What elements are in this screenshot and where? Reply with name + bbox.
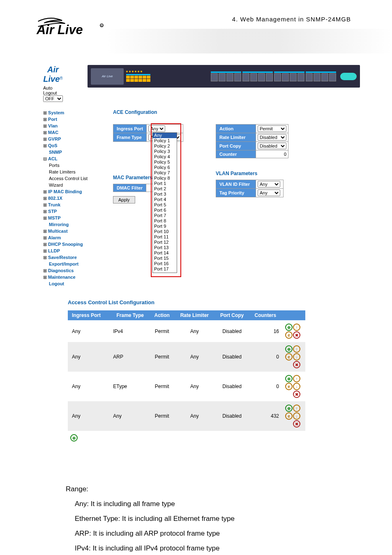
vlan-parameters-label: VLAN Parameters [216,171,288,176]
dropdown-option[interactable]: Port 3 [153,192,177,197]
dropdown-option[interactable]: Policy 2 [153,143,177,149]
auto-logout-select[interactable]: OFF [43,95,63,102]
param-select[interactable]: Disabled [258,134,286,141]
param-select[interactable]: Disabled [258,143,286,149]
dropdown-option[interactable]: Port 6 [153,208,177,213]
param-select[interactable]: Any [258,181,280,187]
down-icon[interactable]: ↓ [293,383,300,390]
ace-title: ACE Configuration [113,109,335,115]
acl-cell: 0 [249,372,281,401]
edit-icon[interactable]: e [285,383,293,390]
nav-item[interactable]: SNMP [43,149,101,155]
del-icon[interactable]: ✖ [293,361,300,368]
dropdown-option[interactable]: Port 2 [153,186,177,192]
edit-icon[interactable]: e [285,331,293,339]
ingress-port-dropdown[interactable]: AnyPolicy 1Policy 2Policy 3Policy 4Polic… [152,132,177,273]
dropdown-option[interactable]: Port 15 [153,256,177,261]
nav-item[interactable]: Save/Restore [43,254,101,261]
nav-item[interactable]: ACL [43,155,101,162]
dropdown-option[interactable]: Port 9 [153,224,177,229]
param-select[interactable]: Permit [258,125,286,132]
nav-item[interactable]: DHCP Snooping [43,241,101,247]
param-value: Permit [256,125,288,133]
down-icon[interactable]: ↓ [293,412,300,420]
nav-item[interactable]: Vlan [43,123,101,129]
dropdown-option[interactable]: Port 5 [153,202,177,208]
del-icon[interactable]: ✖ [293,420,300,428]
acl-cell: Disabled [215,342,249,372]
range-description: Range: Any: It is including all frame ty… [66,482,321,555]
nav-item[interactable]: Port [43,116,101,123]
acl-cell: Disabled [215,320,249,342]
dropdown-option[interactable]: Port 12 [153,240,177,245]
dropdown-option[interactable]: Any [153,133,177,138]
nav-item[interactable]: Access Control List [43,175,101,182]
nav-item[interactable]: Logout [43,280,101,287]
nav-item[interactable]: System [43,109,101,116]
dropdown-option[interactable]: Port 16 [153,261,177,266]
nav-item[interactable]: MSTP [43,215,101,221]
add-icon[interactable]: ⊕ [285,324,293,331]
up-icon[interactable]: ↑ [293,375,300,382]
nav-item[interactable]: Maintenance [43,274,101,280]
dropdown-option[interactable]: Policy 4 [153,154,177,160]
dropdown-option[interactable]: Policy 7 [153,170,177,176]
apply-button[interactable]: Apply [113,196,135,204]
nav-item[interactable]: Mirroring [43,221,101,228]
param-label: Tag Priority [216,189,256,197]
up-icon[interactable]: ↑ [293,345,300,353]
nav-item[interactable]: 802.1X [43,195,101,201]
acl-cell: Any [174,401,215,431]
nav-item[interactable]: Trunk [43,201,101,208]
down-icon[interactable]: ↓ [293,353,300,361]
add-icon[interactable]: ⊕ [285,375,293,382]
dropdown-option[interactable]: Policy 1 [153,138,177,143]
add-icon[interactable]: ⊕ [70,434,78,442]
nav-item[interactable]: Multicast [43,228,101,234]
dropdown-option[interactable]: Port 1 [153,181,177,186]
nav-item[interactable]: Rate Limiters [43,169,101,175]
add-icon[interactable]: ⊕ [285,405,293,412]
nav-item[interactable]: Ports [43,162,101,169]
dropdown-option[interactable]: Port 11 [153,234,177,240]
dropdown-option[interactable]: Port 17 [153,266,177,272]
nav-item[interactable]: MAC [43,129,101,136]
dropdown-option[interactable]: Policy 8 [153,176,177,181]
brand-logo: Air Live R [32,12,110,42]
del-icon[interactable]: ✖ [293,331,300,339]
up-icon[interactable]: ↑ [293,324,300,331]
nav-item[interactable]: IP MAC Binding [43,188,101,195]
del-icon[interactable]: ✖ [293,391,300,398]
acl-cell: 16 [249,320,281,342]
add-icon[interactable]: ⊕ [285,345,293,353]
nav-item[interactable]: Diagnostics [43,267,101,274]
dropdown-option[interactable]: Policy 6 [153,165,177,170]
dropdown-option[interactable]: Port 4 [153,197,177,202]
edit-icon[interactable]: e [285,353,293,361]
dropdown-option[interactable]: Policy 3 [153,149,177,154]
dropdown-option[interactable]: Port 13 [153,245,177,250]
dropdown-option[interactable]: Port 10 [153,229,177,234]
nav-item[interactable]: Alarm [43,234,101,241]
nav-item[interactable]: Export/Import [43,261,101,267]
param-label: VLAN ID Filter [216,180,256,189]
range-line: IPv4: It is including all IPv4 protocol … [66,541,321,555]
acl-cell: Permit [150,372,174,401]
dropdown-option[interactable]: Policy 5 [153,160,177,165]
acl-column-header: Counters [249,310,281,320]
header-gradient [107,29,392,53]
dropdown-option[interactable]: Port 14 [153,250,177,256]
nav-item[interactable]: QoS [43,142,101,149]
param-select[interactable]: Any [258,190,280,196]
nav-item[interactable]: LLDP [43,247,101,254]
dropdown-option[interactable]: Port 18 [153,272,177,273]
dropdown-option[interactable]: Port 8 [153,218,177,224]
acl-cell: ARP [111,342,150,372]
nav-item[interactable]: STP [43,208,101,215]
nav-item[interactable]: Wizard [43,182,101,188]
edit-icon[interactable]: e [285,412,293,420]
nav-item[interactable]: GVRP [43,136,101,142]
range-line: Ethernet Type: It is including all Ether… [66,511,321,526]
dropdown-option[interactable]: Port 7 [153,213,177,218]
up-icon[interactable]: ↑ [293,405,300,412]
